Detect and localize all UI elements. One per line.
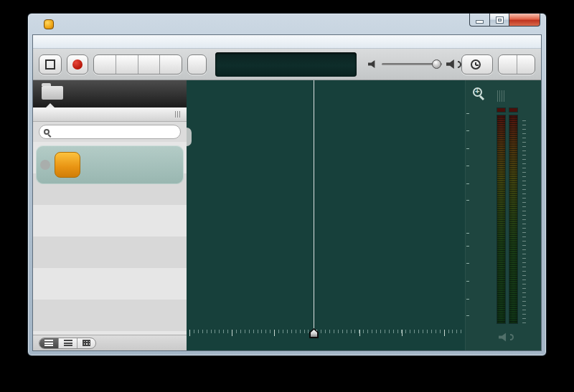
music-note-icon xyxy=(55,152,80,178)
file-list-item[interactable] xyxy=(36,145,184,184)
forward-button[interactable] xyxy=(517,55,535,74)
toolbar xyxy=(33,49,541,80)
waveform-channel-right[interactable] xyxy=(187,229,466,330)
minimize-button[interactable] xyxy=(469,14,490,27)
level-meter-left xyxy=(497,115,506,324)
monitor-speaker-waves-icon xyxy=(510,334,514,340)
maximize-button[interactable] xyxy=(490,14,509,27)
search-icon xyxy=(44,129,50,135)
record-button[interactable] xyxy=(67,54,88,75)
speaker-high-icon xyxy=(446,59,457,70)
volume-control xyxy=(368,59,461,70)
waveform-channel-left[interactable] xyxy=(187,107,466,229)
search-row xyxy=(33,122,187,142)
view-detailed-button[interactable] xyxy=(39,338,58,348)
opened-files-folder-icon[interactable] xyxy=(42,86,63,100)
volume-slider[interactable] xyxy=(382,63,442,65)
file-list xyxy=(33,142,187,335)
peak-indicator-right xyxy=(509,107,518,113)
app-icon xyxy=(44,19,54,29)
grid-icon xyxy=(83,340,90,346)
search-box[interactable] xyxy=(39,125,181,139)
file-check-icon xyxy=(40,160,50,170)
detailed-list-icon xyxy=(44,340,53,346)
waveform-overview[interactable] xyxy=(187,80,466,107)
skip-to-start-icon xyxy=(45,59,55,70)
fast-forward-button[interactable] xyxy=(138,55,160,74)
view-list-button[interactable] xyxy=(58,338,77,348)
zoom-icon[interactable] xyxy=(473,87,482,97)
title-bar[interactable] xyxy=(28,14,546,34)
time-axis-minor-ticks xyxy=(187,330,466,333)
sidebar xyxy=(33,80,187,350)
view-mode-bar xyxy=(33,335,187,350)
info-button[interactable] xyxy=(187,54,207,75)
active-tab-indicator xyxy=(46,103,55,107)
amplitude-scale-right xyxy=(466,229,497,330)
clock-icon xyxy=(471,59,481,70)
menu-bar xyxy=(33,35,541,49)
time-display[interactable] xyxy=(215,52,357,77)
time-format-button[interactable] xyxy=(461,54,493,75)
amplitude-scale-left xyxy=(466,107,497,229)
close-button[interactable] xyxy=(509,14,540,27)
time-axis[interactable] xyxy=(187,330,466,350)
waveform-editor xyxy=(187,80,541,350)
panel-header[interactable] xyxy=(33,107,187,122)
history-nav-group xyxy=(498,54,535,75)
sidebar-collapse-handle[interactable] xyxy=(187,128,192,146)
transport-group xyxy=(93,54,182,75)
sidebar-tab-strip xyxy=(33,80,187,107)
time-units xyxy=(222,70,253,76)
list-icon xyxy=(64,340,72,346)
record-icon xyxy=(72,59,83,70)
view-grid-button[interactable] xyxy=(77,338,95,348)
level-meter-right xyxy=(509,115,518,324)
play-button[interactable] xyxy=(94,55,116,74)
playback-cursor xyxy=(314,80,314,330)
volume-slider-knob[interactable] xyxy=(432,59,441,69)
monitor-speaker-icon[interactable] xyxy=(499,333,509,342)
db-scale-ticks xyxy=(522,120,526,325)
minimize-icon xyxy=(476,21,483,23)
skip-to-start-button[interactable] xyxy=(39,54,62,75)
scale-meter-panel xyxy=(465,80,541,350)
panel-grip[interactable] xyxy=(497,90,504,102)
panel-drag-grip[interactable] xyxy=(175,111,181,118)
rewind-button[interactable] xyxy=(116,55,138,74)
maximize-icon xyxy=(497,17,503,23)
speaker-low-icon xyxy=(368,60,377,69)
app-window xyxy=(27,13,547,356)
peak-indicator-left xyxy=(497,107,506,113)
back-button[interactable] xyxy=(499,55,517,74)
search-input[interactable] xyxy=(52,128,176,136)
stop-button[interactable] xyxy=(159,55,182,74)
